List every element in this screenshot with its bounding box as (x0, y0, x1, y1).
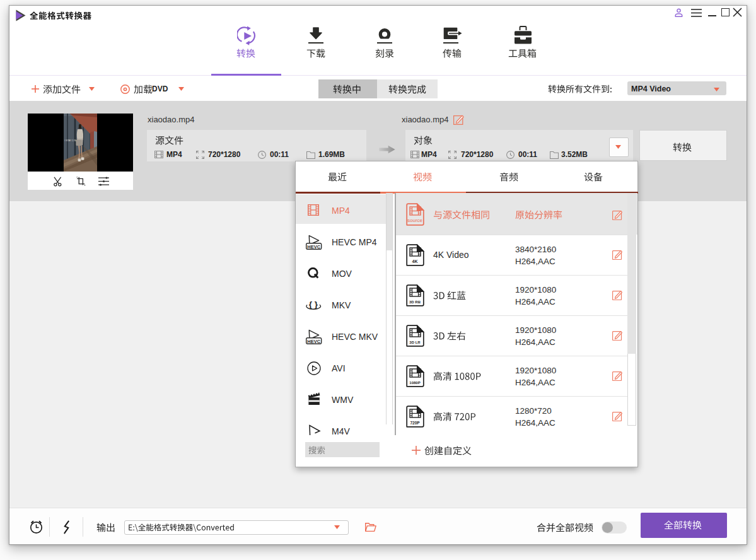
svg-text:HEVC: HEVC (307, 339, 320, 344)
svg-text:720P: 720P (410, 421, 420, 425)
svg-text:3D LR: 3D LR (409, 341, 421, 344)
svg-text:source: source (407, 218, 423, 223)
svg-text:4K: 4K (412, 259, 418, 264)
svg-text:HEVC: HEVC (307, 244, 320, 250)
svg-text:1080P: 1080P (409, 381, 420, 385)
svg-text:{ }: { } (309, 300, 318, 309)
svg-text:I STAY 2-NI: I STAY 2-NI (65, 139, 77, 142)
svg-text:3D RB: 3D RB (409, 300, 421, 304)
